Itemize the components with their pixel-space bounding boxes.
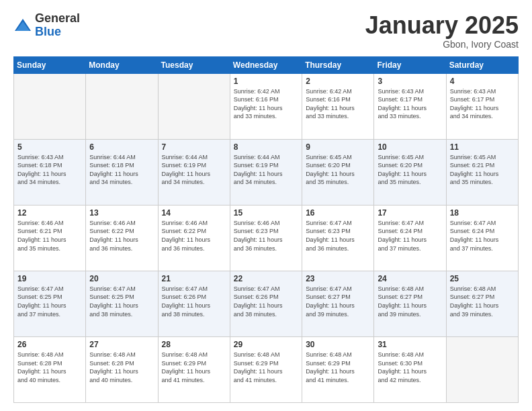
table-row: 2Sunrise: 6:42 AM Sunset: 6:16 PM Daylig… <box>302 73 374 139</box>
day-info: Sunrise: 6:45 AM Sunset: 6:20 PM Dayligh… <box>306 153 370 187</box>
day-info: Sunrise: 6:47 AM Sunset: 6:26 PM Dayligh… <box>162 285 226 318</box>
table-row: 21Sunrise: 6:47 AM Sunset: 6:26 PM Dayli… <box>158 271 230 336</box>
calendar-week-row: 12Sunrise: 6:46 AM Sunset: 6:21 PM Dayli… <box>14 205 519 271</box>
table-row: 13Sunrise: 6:46 AM Sunset: 6:22 PM Dayli… <box>86 205 158 271</box>
day-info: Sunrise: 6:47 AM Sunset: 6:24 PM Dayligh… <box>378 219 442 253</box>
day-info: Sunrise: 6:48 AM Sunset: 6:28 PM Dayligh… <box>89 351 154 384</box>
table-row: 25Sunrise: 6:48 AM Sunset: 6:27 PM Dayli… <box>446 271 518 336</box>
day-number: 1 <box>234 77 298 86</box>
table-row: 1Sunrise: 6:42 AM Sunset: 6:16 PM Daylig… <box>230 73 302 139</box>
day-number: 18 <box>450 208 515 218</box>
table-row: 22Sunrise: 6:47 AM Sunset: 6:26 PM Dayli… <box>230 271 302 336</box>
table-row: 6Sunrise: 6:44 AM Sunset: 6:18 PM Daylig… <box>86 139 158 205</box>
day-number: 21 <box>162 274 226 283</box>
table-row: 11Sunrise: 6:45 AM Sunset: 6:21 PM Dayli… <box>446 139 518 205</box>
table-row: 30Sunrise: 6:48 AM Sunset: 6:29 PM Dayli… <box>302 336 374 402</box>
table-row: 20Sunrise: 6:47 AM Sunset: 6:25 PM Dayli… <box>86 271 158 336</box>
col-thursday: Thursday <box>302 56 374 73</box>
table-row: 9Sunrise: 6:45 AM Sunset: 6:20 PM Daylig… <box>302 139 374 205</box>
table-row <box>158 73 230 139</box>
day-info: Sunrise: 6:47 AM Sunset: 6:24 PM Dayligh… <box>450 219 515 253</box>
table-row <box>86 73 158 139</box>
logo: General Blue <box>13 12 80 39</box>
day-info: Sunrise: 6:47 AM Sunset: 6:23 PM Dayligh… <box>306 219 370 253</box>
table-row: 26Sunrise: 6:48 AM Sunset: 6:28 PM Dayli… <box>14 336 86 402</box>
day-number: 28 <box>162 340 226 349</box>
col-friday: Friday <box>374 56 446 73</box>
col-tuesday: Tuesday <box>158 56 230 73</box>
day-info: Sunrise: 6:48 AM Sunset: 6:27 PM Dayligh… <box>378 285 442 318</box>
day-info: Sunrise: 6:47 AM Sunset: 6:25 PM Dayligh… <box>17 285 82 318</box>
logo-text: General Blue <box>35 12 80 39</box>
table-row: 16Sunrise: 6:47 AM Sunset: 6:23 PM Dayli… <box>302 205 374 271</box>
table-row: 18Sunrise: 6:47 AM Sunset: 6:24 PM Dayli… <box>446 205 518 271</box>
day-info: Sunrise: 6:44 AM Sunset: 6:18 PM Dayligh… <box>89 153 154 187</box>
page: General Blue January 2025 Gbon, Ivory Co… <box>0 0 532 411</box>
day-info: Sunrise: 6:43 AM Sunset: 6:18 PM Dayligh… <box>17 153 82 187</box>
table-row <box>14 73 86 139</box>
day-number: 29 <box>234 340 298 349</box>
location-subtitle: Gbon, Ivory Coast <box>365 39 519 50</box>
day-info: Sunrise: 6:43 AM Sunset: 6:17 PM Dayligh… <box>378 87 442 121</box>
table-row: 24Sunrise: 6:48 AM Sunset: 6:27 PM Dayli… <box>374 271 446 336</box>
logo-blue: Blue <box>35 26 80 39</box>
day-number: 6 <box>89 142 154 152</box>
month-title: January 2025 <box>365 12 519 39</box>
col-sunday: Sunday <box>14 56 86 73</box>
logo-general: General <box>35 12 80 26</box>
table-row: 12Sunrise: 6:46 AM Sunset: 6:21 PM Dayli… <box>14 205 86 271</box>
day-number: 13 <box>89 208 154 218</box>
calendar-table: Sunday Monday Tuesday Wednesday Thursday… <box>13 56 519 403</box>
table-row: 10Sunrise: 6:45 AM Sunset: 6:20 PM Dayli… <box>374 139 446 205</box>
day-info: Sunrise: 6:48 AM Sunset: 6:28 PM Dayligh… <box>17 351 82 384</box>
day-number: 7 <box>162 142 226 152</box>
day-info: Sunrise: 6:48 AM Sunset: 6:27 PM Dayligh… <box>450 285 515 318</box>
table-row: 3Sunrise: 6:43 AM Sunset: 6:17 PM Daylig… <box>374 73 446 139</box>
table-row: 23Sunrise: 6:47 AM Sunset: 6:27 PM Dayli… <box>302 271 374 336</box>
day-info: Sunrise: 6:42 AM Sunset: 6:16 PM Dayligh… <box>306 87 370 121</box>
day-info: Sunrise: 6:46 AM Sunset: 6:22 PM Dayligh… <box>89 219 154 253</box>
calendar-header-row: Sunday Monday Tuesday Wednesday Thursday… <box>14 56 519 73</box>
day-info: Sunrise: 6:48 AM Sunset: 6:29 PM Dayligh… <box>234 351 298 384</box>
table-row: 17Sunrise: 6:47 AM Sunset: 6:24 PM Dayli… <box>374 205 446 271</box>
day-info: Sunrise: 6:42 AM Sunset: 6:16 PM Dayligh… <box>234 87 298 121</box>
day-number: 10 <box>378 142 442 152</box>
day-info: Sunrise: 6:47 AM Sunset: 6:25 PM Dayligh… <box>89 285 154 318</box>
table-row: 15Sunrise: 6:46 AM Sunset: 6:23 PM Dayli… <box>230 205 302 271</box>
day-number: 11 <box>450 142 515 152</box>
day-info: Sunrise: 6:47 AM Sunset: 6:26 PM Dayligh… <box>234 285 298 318</box>
day-number: 20 <box>89 274 154 283</box>
day-number: 2 <box>306 77 370 86</box>
table-row: 7Sunrise: 6:44 AM Sunset: 6:19 PM Daylig… <box>158 139 230 205</box>
day-info: Sunrise: 6:48 AM Sunset: 6:30 PM Dayligh… <box>378 351 442 384</box>
table-row: 29Sunrise: 6:48 AM Sunset: 6:29 PM Dayli… <box>230 336 302 402</box>
day-info: Sunrise: 6:46 AM Sunset: 6:22 PM Dayligh… <box>162 219 226 253</box>
header: General Blue January 2025 Gbon, Ivory Co… <box>13 12 519 50</box>
day-number: 24 <box>378 274 442 283</box>
day-info: Sunrise: 6:47 AM Sunset: 6:27 PM Dayligh… <box>306 285 370 318</box>
table-row: 19Sunrise: 6:47 AM Sunset: 6:25 PM Dayli… <box>14 271 86 336</box>
calendar-week-row: 19Sunrise: 6:47 AM Sunset: 6:25 PM Dayli… <box>14 271 519 336</box>
day-number: 30 <box>306 340 370 349</box>
table-row: 5Sunrise: 6:43 AM Sunset: 6:18 PM Daylig… <box>14 139 86 205</box>
day-info: Sunrise: 6:45 AM Sunset: 6:20 PM Dayligh… <box>378 153 442 187</box>
day-number: 17 <box>378 208 442 218</box>
table-row: 28Sunrise: 6:48 AM Sunset: 6:29 PM Dayli… <box>158 336 230 402</box>
table-row <box>446 336 518 402</box>
day-number: 12 <box>17 208 82 218</box>
day-number: 27 <box>89 340 154 349</box>
col-wednesday: Wednesday <box>230 56 302 73</box>
day-info: Sunrise: 6:48 AM Sunset: 6:29 PM Dayligh… <box>162 351 226 384</box>
table-row: 14Sunrise: 6:46 AM Sunset: 6:22 PM Dayli… <box>158 205 230 271</box>
day-info: Sunrise: 6:46 AM Sunset: 6:21 PM Dayligh… <box>17 219 82 253</box>
col-monday: Monday <box>86 56 158 73</box>
day-info: Sunrise: 6:44 AM Sunset: 6:19 PM Dayligh… <box>234 153 298 187</box>
col-saturday: Saturday <box>446 56 518 73</box>
day-info: Sunrise: 6:45 AM Sunset: 6:21 PM Dayligh… <box>450 153 515 187</box>
day-info: Sunrise: 6:43 AM Sunset: 6:17 PM Dayligh… <box>450 87 515 121</box>
day-number: 23 <box>306 274 370 283</box>
title-block: January 2025 Gbon, Ivory Coast <box>365 12 519 50</box>
day-info: Sunrise: 6:44 AM Sunset: 6:19 PM Dayligh… <box>162 153 226 187</box>
calendar-week-row: 5Sunrise: 6:43 AM Sunset: 6:18 PM Daylig… <box>14 139 519 205</box>
day-number: 15 <box>234 208 298 218</box>
